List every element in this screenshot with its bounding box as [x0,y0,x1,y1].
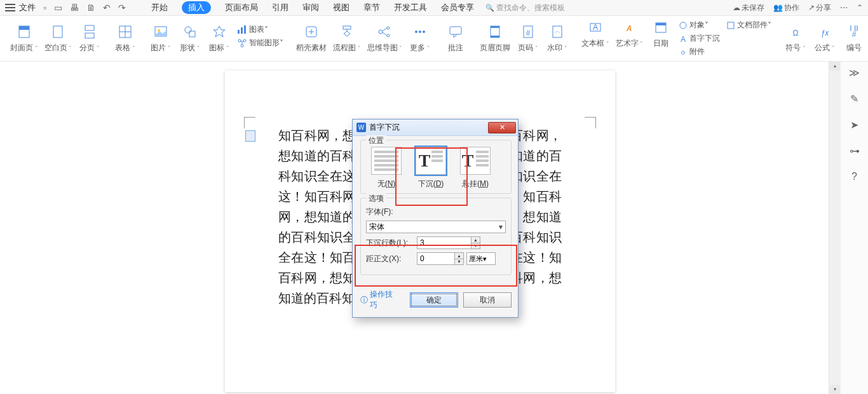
paragraph-glyph-icon[interactable] [245,130,255,142]
vertical-scrollbar[interactable]: ▴ ▾ [829,62,840,394]
side-panel: ≫ ✎ ➤ ⊶ ? [840,62,868,394]
ribbon-insert: 封面页 空白页 分页 表格 图片 形状 图标 图表 ˅ 智能图形 ˅ 稻壳素材 … [0,16,868,62]
formula-button[interactable]: ƒx公式 [813,24,836,53]
textbox-button[interactable]: A文本框 [581,19,609,49]
font-select[interactable]: 宋体▾ [366,221,506,233]
position-legend: 位置 [366,135,386,146]
mindmap-button[interactable]: 思维导图 [367,24,403,53]
tab-chapter[interactable]: 章节 [363,2,380,13]
svg-rect-40 [656,23,666,25]
distance-unit-select[interactable]: 厘米▾ [466,252,496,265]
dialog-titlebar[interactable]: W 首字下沉 ✕ [353,119,518,136]
scroll-up-icon[interactable]: ▴ [829,62,840,71]
tab-insert[interactable]: 插入 [182,1,211,14]
distance-input[interactable]: 0▲▼ [417,252,464,265]
search-input[interactable]: 查找命令、搜索模板 [485,3,565,13]
scroll-down-icon[interactable]: ▾ [829,385,840,394]
ok-button[interactable]: 确定 [410,292,458,308]
position-none[interactable]: 无(N) [367,147,405,189]
docparts-button[interactable]: 文档部件 ˅ [726,20,771,31]
svg-rect-35 [553,26,562,37]
font-label: 字体(F): [366,207,417,217]
date-button[interactable]: 日期 [649,19,672,49]
position-dropped[interactable]: T 下沉(D) [412,147,450,189]
icon-button[interactable]: 图标 [208,24,231,53]
wordart-button[interactable]: A艺术字 [616,19,644,49]
svg-rect-2 [53,26,62,37]
svg-text:Ω: Ω [793,29,799,37]
svg-rect-14 [241,27,243,34]
file-menu[interactable]: 文件 [19,2,36,13]
menu-icon[interactable] [5,4,15,11]
cover-page-button[interactable]: 封面页 [10,24,38,53]
svg-rect-32 [491,36,499,37]
tips-link[interactable]: 操作技巧 [360,289,400,311]
unsaved-indicator[interactable]: 未保存 [733,3,764,13]
svg-text:A: A [626,24,632,33]
position-margin[interactable]: T 悬挂(M) [456,147,494,189]
comment-button[interactable]: 批注 [444,24,467,53]
tab-vip[interactable]: 会员专享 [441,2,474,13]
expand-icon[interactable]: ⌃ [857,3,863,12]
qat-preview-icon[interactable]: 🗎 [86,3,95,13]
qat-new-icon[interactable]: ▫ [43,3,46,13]
settings-icon[interactable]: ⊶ [850,145,860,157]
blank-page-button[interactable]: 空白页 [44,24,72,53]
tab-view[interactable]: 视图 [333,2,349,13]
svg-point-24 [387,27,390,29]
tab-ref[interactable]: 引用 [272,2,288,13]
svg-point-23 [379,30,383,34]
symbol-button[interactable]: Ω符号 [784,24,807,53]
chart-button[interactable]: 图表 ˅ [237,24,283,35]
more-button[interactable]: 更多 [409,24,431,53]
page-number-button[interactable]: #页码 [517,24,539,53]
qat-open-icon[interactable]: ▭ [54,3,62,13]
header-footer-button[interactable]: 页眉页脚 [480,24,510,53]
dropcap-button[interactable]: A首字下沉 [679,33,720,44]
svg-text:A: A [593,23,598,32]
lines-input[interactable]: 3▲▼ [417,236,480,249]
close-button[interactable]: ✕ [488,122,516,133]
pen-icon[interactable]: ✎ [850,93,858,105]
qat-print-icon[interactable]: 🖶 [70,3,79,13]
page-break-button[interactable]: 分页 [78,24,101,53]
toggle-icon[interactable]: ≫ [849,67,860,79]
titlebar: 文件 ▫ ▭ 🖶 🗎 ↶ ↷ 开始 插入 页面布局 引用 审阅 视图 章节 开发… [0,0,868,16]
svg-marker-12 [214,26,225,37]
svg-rect-3 [85,25,94,31]
svg-rect-1 [19,26,29,30]
share-button[interactable]: 分享 [808,3,831,13]
tab-layout[interactable]: 页面布局 [225,2,258,13]
svg-text:ƒx: ƒx [821,29,830,37]
svg-rect-15 [244,25,246,34]
dialog-title: 首字下沉 [369,122,400,133]
material-button[interactable]: 稻壳素材 [296,24,327,53]
tab-review[interactable]: 审阅 [302,2,319,13]
attachment-button[interactable]: 附件 [679,46,720,57]
tab-start[interactable]: 开始 [151,2,168,13]
table-button[interactable]: 表格 [114,24,137,53]
margin-corner-tr [585,117,596,128]
svg-rect-31 [491,26,499,28]
dropcap-dialog: W 首字下沉 ✕ 位置 无(N) T 下沉(D) T 悬挂(M) [352,119,519,318]
shape-button[interactable]: 形状 [179,24,201,53]
svg-point-28 [423,31,425,33]
picture-button[interactable]: 图片 [149,24,172,53]
cursor-icon[interactable]: ➤ [850,119,858,131]
collab-button[interactable]: 协作 [773,3,799,13]
cancel-button[interactable]: 取消 [463,292,512,308]
distance-label: 距正文(X): [366,254,417,264]
qat-redo-icon[interactable]: ↷ [118,3,126,13]
numbering-button[interactable]: I II#编号 [843,24,865,53]
tab-dev[interactable]: 开发工具 [394,2,427,13]
watermark-button[interactable]: 水印 [546,24,569,53]
options-legend: 选项 [366,193,386,204]
help-icon[interactable]: ? [851,171,857,182]
object-button[interactable]: 对象 ˅ [679,20,720,31]
more-icon[interactable]: ⋯ [840,3,848,12]
options-group: 选项 字体(F): 宋体▾ 下沉行数(L): 3▲▼ 距正文(X): 0▲▼ 厘… [360,198,512,275]
qat-undo-icon[interactable]: ↶ [103,3,111,13]
flowchart-button[interactable]: 流程图 [333,24,361,53]
smartart-button[interactable]: 智能图形 ˅ [237,37,283,48]
svg-point-10 [185,27,191,33]
